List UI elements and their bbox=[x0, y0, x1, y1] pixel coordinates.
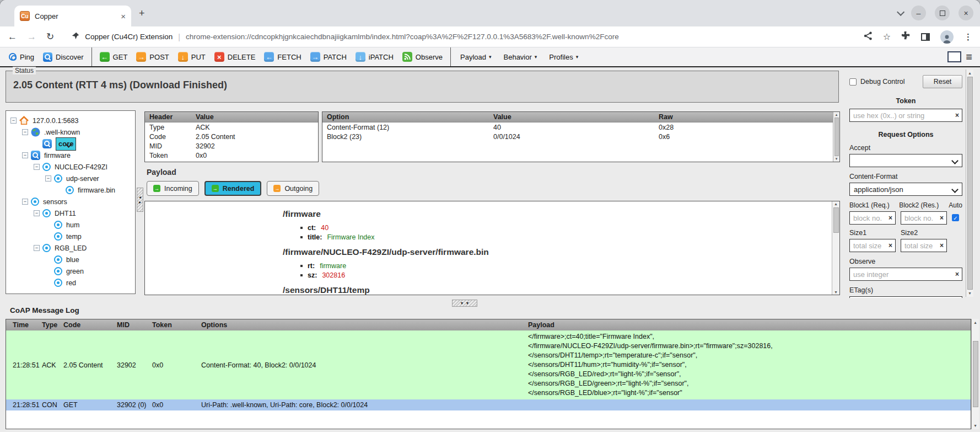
collapse-icon[interactable]: − bbox=[34, 210, 40, 216]
patch-button[interactable]: → PATCH bbox=[306, 49, 351, 65]
clear-icon[interactable]: × bbox=[940, 242, 944, 249]
options-scrollbar[interactable]: ▴ ▾ bbox=[833, 112, 839, 162]
tree-node-label: firmware bbox=[44, 152, 71, 159]
clear-icon[interactable]: × bbox=[955, 270, 959, 278]
tab-incoming[interactable]: → Incoming bbox=[147, 181, 199, 196]
bookmark-star-icon[interactable]: ☆ bbox=[883, 31, 891, 42]
debug-control-checkbox[interactable] bbox=[849, 78, 857, 86]
forward-icon: → bbox=[27, 31, 36, 42]
payload-line: </firmware/NUCLEO-F429ZI/udp-server/firm… bbox=[528, 342, 971, 351]
tree-node-firmware[interactable]: − firmware bbox=[6, 150, 135, 161]
get-arrow-icon: ← bbox=[100, 52, 110, 62]
tree-node-core[interactable]: core bbox=[6, 138, 135, 150]
auto-checkbox[interactable]: ✓ bbox=[952, 214, 959, 221]
tree-node-nucleo[interactable]: − NUCLEO-F429ZI bbox=[6, 161, 135, 173]
scrollbar-thumb[interactable] bbox=[973, 341, 978, 407]
scroll-up-icon[interactable]: ▴ bbox=[974, 320, 976, 325]
tab-search-chevron-icon[interactable] bbox=[897, 8, 904, 15]
tree-node-well-known[interactable]: − .well-known bbox=[6, 126, 135, 138]
tree-node-label: blue bbox=[66, 256, 79, 264]
observe-label: Observe bbox=[849, 258, 962, 265]
collapse-icon[interactable]: − bbox=[22, 199, 28, 205]
back-icon[interactable]: ← bbox=[8, 31, 17, 42]
scrollbar-thumb[interactable] bbox=[967, 77, 973, 290]
clear-icon[interactable]: × bbox=[889, 242, 892, 249]
profile-avatar[interactable] bbox=[940, 30, 954, 44]
scroll-up-icon[interactable]: ▴ bbox=[836, 113, 838, 117]
log-scrollbar[interactable]: ▴ ▾ bbox=[971, 319, 979, 429]
scrollbar-thumb[interactable] bbox=[833, 207, 839, 233]
put-button[interactable]: ↓ PUT bbox=[174, 49, 210, 65]
horizontal-splitter-handle[interactable]: ▾ ▾ bbox=[452, 300, 477, 307]
scroll-up-icon[interactable]: ▴ bbox=[834, 201, 837, 206]
collapse-icon[interactable]: − bbox=[22, 129, 28, 135]
collapse-icon[interactable]: − bbox=[22, 152, 28, 158]
omnibox[interactable]: Copper (Cu4Cr) Extension | chrome-extens… bbox=[64, 32, 855, 41]
close-window-button[interactable]: × bbox=[959, 6, 973, 20]
tree-node-blue[interactable]: blue bbox=[6, 254, 135, 265]
scroll-up-icon[interactable]: ▴ bbox=[968, 71, 971, 76]
tab-close-icon[interactable]: × bbox=[121, 12, 126, 21]
tab-rendered[interactable]: → Rendered bbox=[204, 181, 262, 196]
delete-button[interactable]: × DELETE bbox=[210, 49, 260, 65]
ipatch-button[interactable]: ↓ iPATCH bbox=[351, 49, 398, 65]
reload-icon[interactable]: ↻ bbox=[46, 31, 54, 42]
accept-select[interactable] bbox=[849, 154, 962, 167]
content-format-select[interactable]: application/json bbox=[849, 183, 962, 196]
debug-control-label: Debug Control bbox=[860, 78, 905, 86]
log-row-response[interactable]: 21:28:51 ACK 2.05 Content 32902 0x0 Cont… bbox=[6, 330, 971, 399]
scroll-down-icon[interactable]: ▾ bbox=[836, 157, 838, 161]
post-button[interactable]: → POST bbox=[132, 49, 173, 65]
log-token: 0x0 bbox=[152, 361, 201, 369]
tree-node-host[interactable]: − 127.0.0.1:5683 bbox=[6, 115, 135, 126]
scroll-down-icon[interactable]: ▾ bbox=[974, 423, 976, 428]
tab-outgoing[interactable]: → Outgoing bbox=[267, 181, 319, 196]
scroll-down-icon[interactable]: ▾ bbox=[834, 290, 837, 295]
behavior-menu-button[interactable]: Behavior ▾ bbox=[498, 49, 543, 65]
browser-tab[interactable]: Cu Copper × bbox=[14, 6, 131, 26]
collapse-icon[interactable]: − bbox=[45, 175, 51, 182]
get-button[interactable]: ← GET bbox=[95, 49, 132, 65]
discover-button[interactable]: Discover bbox=[39, 49, 88, 65]
ping-button[interactable]: Ping bbox=[4, 49, 39, 65]
scrollbar-thumb[interactable] bbox=[834, 118, 839, 156]
collapse-icon[interactable]: − bbox=[34, 245, 40, 251]
clear-icon[interactable]: × bbox=[889, 214, 892, 222]
sidebar-scrollbar[interactable]: ▴ ▾ bbox=[966, 70, 973, 297]
log-row-request[interactable]: 21:28:51 CON GET 32902 (0) 0x0 Uri-Path:… bbox=[6, 399, 971, 410]
observe-button[interactable]: Observe bbox=[398, 49, 447, 65]
clear-icon[interactable]: × bbox=[940, 214, 944, 222]
browser-menu-icon[interactable]: ⋮ bbox=[964, 32, 972, 42]
tree-node-sensors[interactable]: − sensors bbox=[6, 196, 135, 207]
tree-node-rgb-led[interactable]: − RGB_LED bbox=[6, 242, 135, 254]
etag-input[interactable] bbox=[849, 296, 962, 298]
tree-node-hum[interactable]: hum bbox=[6, 219, 135, 231]
tree-node-firmware-bin[interactable]: firmware.bin bbox=[6, 184, 135, 196]
vertical-splitter-handle[interactable]: ◂ ▸ bbox=[137, 188, 143, 212]
scroll-down-icon[interactable]: ▾ bbox=[968, 291, 971, 296]
tree-node-temp[interactable]: temp bbox=[6, 231, 135, 242]
new-tab-button[interactable]: + bbox=[139, 8, 145, 19]
extensions-puzzle-icon[interactable] bbox=[901, 31, 911, 42]
tree-node-green[interactable]: green bbox=[6, 265, 135, 277]
minimize-button[interactable]: – bbox=[911, 6, 926, 20]
collapse-icon[interactable]: − bbox=[10, 118, 17, 124]
profiles-menu-button[interactable]: Profiles ▾ bbox=[543, 49, 584, 65]
fetch-button[interactable]: ← FETCH bbox=[260, 49, 305, 65]
payload-menu-button[interactable]: Payload ▾ bbox=[454, 49, 498, 65]
tree-node-red[interactable]: red bbox=[6, 277, 135, 289]
collapse-icon[interactable]: − bbox=[34, 164, 40, 170]
maximize-button[interactable] bbox=[935, 6, 950, 20]
tree-node-dht11[interactable]: − DHT11 bbox=[6, 207, 135, 219]
clear-icon[interactable]: × bbox=[955, 111, 959, 119]
reset-button[interactable]: Reset bbox=[923, 75, 962, 88]
token-input[interactable] bbox=[849, 109, 962, 122]
tree-node-udp-server[interactable]: − udp-server bbox=[6, 173, 135, 184]
observe-input[interactable] bbox=[849, 268, 962, 281]
payload-scrollbar[interactable]: ▴ ▾ bbox=[832, 201, 839, 295]
side-panel-icon[interactable] bbox=[921, 33, 930, 41]
payload-line: </sensors/RGB_LED/red>;rt="light-%";if="… bbox=[528, 370, 971, 379]
share-icon[interactable] bbox=[864, 31, 873, 42]
toolbar-menu-icon[interactable]: ≡ bbox=[966, 51, 972, 62]
resource-tree: − 127.0.0.1:5683 − .well-known core − fi… bbox=[6, 110, 136, 294]
